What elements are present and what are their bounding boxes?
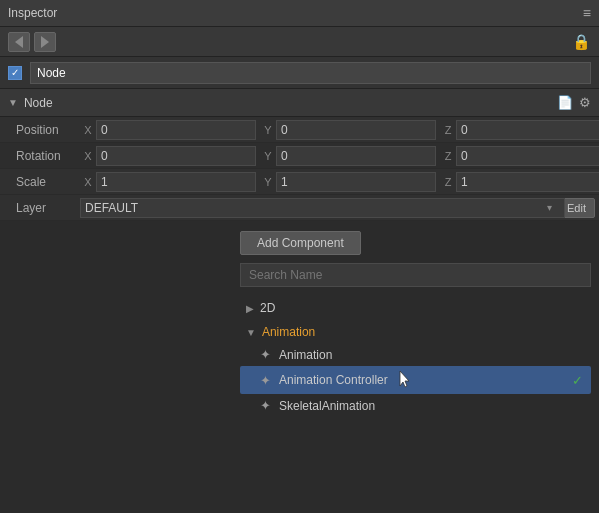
node-section-label: Node [24, 96, 53, 110]
rotation-y-item: Y [260, 146, 440, 166]
scale-y-item: Y [260, 172, 440, 192]
menu-icon[interactable]: ≡ [583, 5, 591, 21]
toolbar-left [8, 32, 56, 52]
title-bar: Inspector ≡ [0, 0, 599, 27]
scale-z-item: Z [440, 172, 599, 192]
scale-x-item: X [80, 172, 260, 192]
scale-z-input[interactable] [456, 172, 599, 192]
rotation-y-input[interactable] [276, 146, 436, 166]
layer-row: Layer DEFAULT ▾ Edit [0, 195, 599, 221]
title-text: Inspector [8, 6, 57, 20]
category-2d-arrow: ▶ [246, 303, 254, 314]
scale-x-input[interactable] [96, 172, 256, 192]
scale-xyz: X Y Z [80, 172, 599, 192]
position-x-label: X [80, 124, 96, 136]
scale-label: Scale [0, 175, 80, 189]
properties-section: Position X Y Z Rotation X Y [0, 117, 599, 221]
comp-animation-controller-check: ✓ [572, 373, 583, 388]
node-section-title: ▼ Node [8, 96, 53, 110]
scale-x-label: X [80, 176, 96, 188]
layer-select[interactable]: DEFAULT [80, 198, 565, 218]
layer-select-wrap: DEFAULT ▾ Edit [80, 198, 595, 218]
scale-y-label: Y [260, 176, 276, 188]
node-name-input[interactable] [30, 62, 591, 84]
forward-button[interactable] [34, 32, 56, 52]
rotation-xyz: X Y Z [80, 146, 599, 166]
svg-marker-0 [400, 371, 409, 387]
toolbar: 🔒 [0, 27, 599, 57]
rotation-z-label: Z [440, 150, 456, 162]
position-xyz: X Y Z [80, 120, 599, 140]
component-list: ▶ 2D ▼ Animation ✦ Animation ✦ Animation… [0, 297, 599, 417]
comp-skeletal-icon: ✦ [260, 398, 271, 413]
rotation-x-item: X [80, 146, 260, 166]
comp-animation-controller-label: Animation Controller [279, 373, 388, 387]
category-animation: ▼ Animation ✦ Animation ✦ Animation Cont… [240, 321, 591, 417]
comp-item-animation[interactable]: ✦ Animation [240, 343, 591, 366]
scale-row: Scale X Y Z [0, 169, 599, 195]
comp-animation-label: Animation [279, 348, 332, 362]
category-animation-label: Animation [262, 325, 315, 339]
position-x-item: X [80, 120, 260, 140]
comp-item-skeletal-animation[interactable]: ✦ SkeletalAnimation [240, 394, 591, 417]
layer-label: Layer [0, 201, 80, 215]
scale-y-input[interactable] [276, 172, 436, 192]
title-bar-left: Inspector [8, 6, 57, 20]
rotation-x-input[interactable] [96, 146, 256, 166]
position-x-input[interactable] [96, 120, 256, 140]
lock-button[interactable]: 🔒 [572, 33, 591, 51]
node-section-arrow[interactable]: ▼ [8, 97, 18, 108]
rotation-y-label: Y [260, 150, 276, 162]
add-component-button[interactable]: Add Component [240, 231, 361, 255]
category-2d-header[interactable]: ▶ 2D [240, 297, 591, 319]
node-section-icons: 📄 ⚙ [557, 95, 591, 110]
position-row: Position X Y Z [0, 117, 599, 143]
position-y-item: Y [260, 120, 440, 140]
node-header: ✓ [0, 57, 599, 89]
comp-animation-icon: ✦ [260, 347, 271, 362]
rotation-x-label: X [80, 150, 96, 162]
comp-animation-controller-icon: ✦ [260, 373, 271, 388]
category-animation-header[interactable]: ▼ Animation [240, 321, 591, 343]
category-2d: ▶ 2D [240, 297, 591, 319]
node-checkbox[interactable]: ✓ [8, 66, 22, 80]
add-component-section: Add Component [0, 221, 599, 293]
comp-item-animation-controller[interactable]: ✦ Animation Controller ✓ [240, 366, 591, 394]
position-z-item: Z [440, 120, 599, 140]
search-input[interactable] [240, 263, 591, 287]
category-animation-arrow: ▼ [246, 327, 256, 338]
title-bar-right: ≡ [583, 5, 591, 21]
gear-icon[interactable]: ⚙ [579, 95, 591, 110]
rotation-z-input[interactable] [456, 146, 599, 166]
cursor-visual [398, 370, 412, 390]
rotation-z-item: Z [440, 146, 599, 166]
scale-z-label: Z [440, 176, 456, 188]
position-label: Position [0, 123, 80, 137]
position-y-label: Y [260, 124, 276, 136]
category-2d-label: 2D [260, 301, 275, 315]
node-section-header: ▼ Node 📄 ⚙ [0, 89, 599, 117]
back-button[interactable] [8, 32, 30, 52]
rotation-row: Rotation X Y Z [0, 143, 599, 169]
page-icon[interactable]: 📄 [557, 95, 573, 110]
position-z-label: Z [440, 124, 456, 136]
position-y-input[interactable] [276, 120, 436, 140]
rotation-label: Rotation [0, 149, 80, 163]
position-z-input[interactable] [456, 120, 599, 140]
comp-skeletal-label: SkeletalAnimation [279, 399, 375, 413]
